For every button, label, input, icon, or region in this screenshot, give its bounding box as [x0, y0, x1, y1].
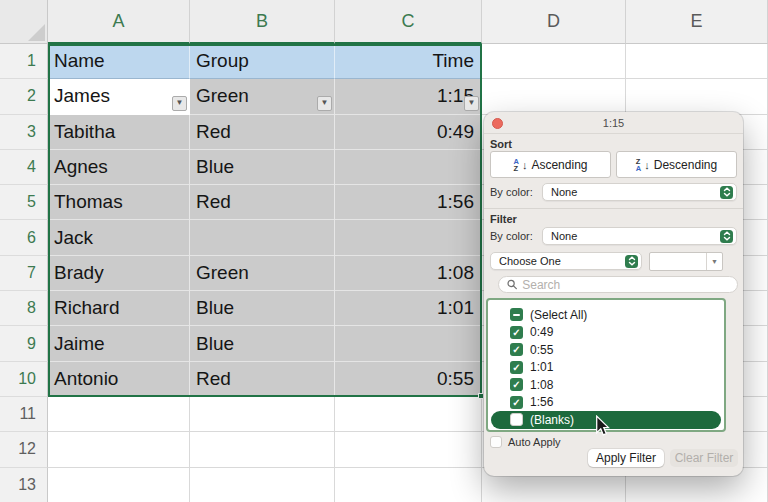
cell-C6[interactable]	[335, 220, 482, 255]
cell-B13[interactable]	[190, 468, 335, 502]
row-header-3[interactable]: 3	[0, 115, 48, 150]
column-header-B[interactable]: B	[190, 0, 335, 44]
cell-C12[interactable]	[335, 432, 482, 467]
search-icon	[507, 279, 517, 290]
row-header-10[interactable]: 10	[0, 362, 48, 397]
cell-A4[interactable]: Agnes	[48, 150, 190, 185]
cell-B4[interactable]: Blue	[190, 150, 335, 185]
cell-C13[interactable]	[335, 468, 482, 502]
cell-B9[interactable]: Blue	[190, 326, 335, 361]
cell-C8[interactable]: 1:01	[335, 291, 482, 326]
cell-B6[interactable]	[190, 220, 335, 255]
filter-item-5[interactable]: ✓1:56	[488, 394, 724, 412]
cell-A12[interactable]	[48, 432, 190, 467]
cell-C4[interactable]	[335, 150, 482, 185]
cell-D1[interactable]	[482, 44, 626, 79]
cell-A3[interactable]: Tabitha	[48, 115, 190, 150]
cell-C10[interactable]: 0:55	[335, 362, 482, 397]
cell-C11[interactable]	[335, 397, 482, 432]
cell-A13[interactable]	[48, 468, 190, 502]
row-header-8[interactable]: 8	[0, 291, 48, 326]
cell-text-A5: Thomas	[54, 191, 123, 213]
filter-item-2[interactable]: ✓0:55	[488, 341, 724, 359]
close-icon[interactable]	[492, 118, 503, 129]
cell-B7[interactable]: Green	[190, 256, 335, 291]
cell-A8[interactable]: Richard	[48, 291, 190, 326]
auto-apply-checkbox[interactable]	[490, 436, 502, 448]
filter-value-combobox[interactable]: ▼	[649, 252, 723, 271]
cell-E1[interactable]	[626, 44, 768, 79]
filter-condition-select[interactable]: Choose One	[490, 252, 642, 270]
cell-B3[interactable]: Red	[190, 115, 335, 150]
row-header-6[interactable]: 6	[0, 220, 48, 255]
row-header-12[interactable]: 12	[0, 432, 48, 467]
sort-ascending-button[interactable]: AZ ↓ Ascending	[490, 151, 611, 178]
sort-descending-button[interactable]: ZA ↓ Descending	[616, 151, 737, 178]
popup-title: 1:15	[603, 117, 624, 129]
cell-C5[interactable]: 1:56	[335, 185, 482, 220]
filter-item-6[interactable]: (Blanks)	[491, 411, 721, 429]
cell-A9[interactable]: Jaime	[48, 326, 190, 361]
select-all-corner[interactable]	[0, 0, 48, 44]
filter-item-label: 1:08	[530, 378, 553, 392]
row-header-2[interactable]: 2	[0, 79, 48, 114]
filter-by-color-select[interactable]: None	[542, 227, 737, 245]
checkbox-checked-icon[interactable]: ✓	[510, 378, 523, 391]
row-header-11[interactable]: 11	[0, 397, 48, 432]
checkbox-checked-icon[interactable]: ✓	[510, 326, 523, 339]
filter-item-3[interactable]: ✓1:01	[488, 359, 724, 377]
column-header-A[interactable]: A	[48, 0, 190, 44]
cell-C7[interactable]: 1:08	[335, 256, 482, 291]
row-header-7[interactable]: 7	[0, 256, 48, 291]
filter-item-1[interactable]: ✓0:49	[488, 324, 724, 342]
stepper-icon	[625, 255, 638, 268]
cell-C1[interactable]: Time	[335, 44, 482, 79]
filter-dropdown-button-A2[interactable]: ▼	[172, 96, 187, 111]
cell-C3[interactable]: 0:49	[335, 115, 482, 150]
filter-item-4[interactable]: ✓1:08	[488, 376, 724, 394]
cell-C2[interactable]: 1:15▼	[335, 79, 482, 114]
checkbox-checked-icon[interactable]: ✓	[510, 361, 523, 374]
search-input[interactable]	[522, 278, 729, 292]
clear-filter-button[interactable]: Clear Filter	[670, 449, 738, 467]
cell-B5[interactable]: Red	[190, 185, 335, 220]
cell-B12[interactable]	[190, 432, 335, 467]
cell-D2[interactable]	[482, 79, 626, 114]
sort-by-color-select[interactable]: None	[542, 183, 737, 201]
cell-A1[interactable]: Name	[48, 44, 190, 79]
column-header-D[interactable]: D	[482, 0, 626, 44]
checkbox-unchecked-icon[interactable]	[510, 413, 523, 426]
filter-item-0[interactable]: (Select All)	[488, 306, 724, 324]
cell-C9[interactable]	[335, 326, 482, 361]
cell-A2[interactable]: James▼	[48, 79, 190, 114]
cell-B11[interactable]	[190, 397, 335, 432]
combo-dropdown-icon[interactable]: ▼	[706, 253, 722, 270]
checkbox-checked-icon[interactable]: ✓	[510, 343, 523, 356]
checkbox-indeterminate-icon[interactable]	[510, 308, 523, 321]
filter-item-label: (Blanks)	[530, 413, 574, 427]
row-header-13[interactable]: 13	[0, 468, 48, 502]
cell-A5[interactable]: Thomas	[48, 185, 190, 220]
cell-B2[interactable]: Green▼	[190, 79, 335, 114]
cell-E2[interactable]	[626, 79, 768, 114]
checkbox-checked-icon[interactable]: ✓	[510, 396, 523, 409]
cell-A11[interactable]	[48, 397, 190, 432]
apply-filter-button[interactable]: Apply Filter	[588, 449, 664, 467]
column-header-C[interactable]: C	[335, 0, 482, 44]
row-header-1[interactable]: 1	[0, 44, 48, 79]
cell-A10[interactable]: Antonio	[48, 362, 190, 397]
row-header-4[interactable]: 4	[0, 150, 48, 185]
cell-B8[interactable]: Blue	[190, 291, 335, 326]
cell-B10[interactable]: Red	[190, 362, 335, 397]
filter-search-field[interactable]	[498, 276, 738, 293]
cell-A7[interactable]: Brady	[48, 256, 190, 291]
row-header-5[interactable]: 5	[0, 185, 48, 220]
excel-window: ABCDE1NameGroupTime2James▼Green▼1:15▼3Ta…	[0, 0, 768, 502]
filter-dropdown-button-C2[interactable]: ▼	[464, 96, 479, 111]
popup-titlebar[interactable]: 1:15	[484, 112, 743, 134]
row-header-9[interactable]: 9	[0, 326, 48, 361]
filter-dropdown-button-B2[interactable]: ▼	[317, 96, 332, 111]
cell-B1[interactable]: Group	[190, 44, 335, 79]
column-header-E[interactable]: E	[626, 0, 768, 44]
cell-A6[interactable]: Jack	[48, 220, 190, 255]
